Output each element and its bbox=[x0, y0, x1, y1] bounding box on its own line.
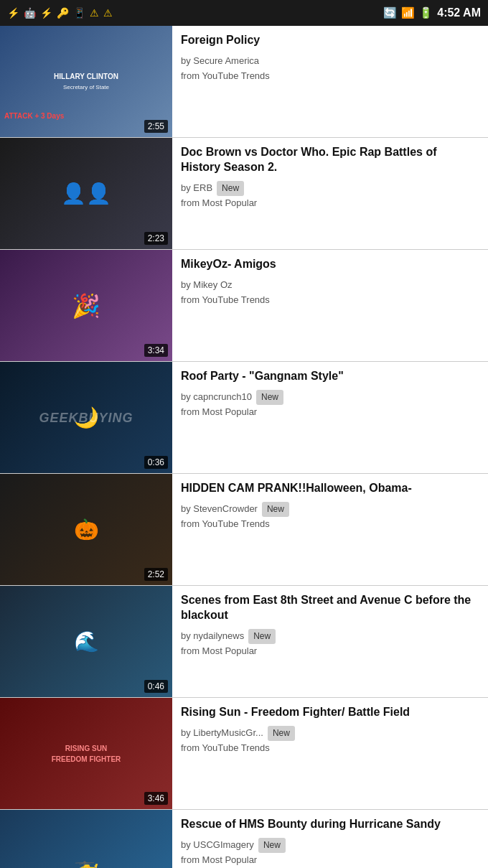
video-by-line: by Mikey Oz bbox=[181, 278, 479, 293]
warning-icon: ⚠ bbox=[90, 7, 99, 19]
new-badge: New bbox=[256, 390, 283, 405]
video-title: HIDDEN CAM PRANK!!Halloween, Obama- bbox=[181, 481, 479, 496]
usb2-icon: ⚡ bbox=[40, 7, 52, 19]
video-info: HIDDEN CAM PRANK!!Halloween, Obama-by St… bbox=[172, 474, 488, 585]
video-thumb-8: 🚁 bbox=[0, 810, 172, 868]
new-badge: New bbox=[217, 181, 244, 196]
video-author: by capncrunch10 bbox=[181, 390, 252, 405]
video-by-line: by StevenCrowderNew bbox=[181, 502, 479, 517]
video-info: Rescue of HMS Bounty during Hurricane Sa… bbox=[172, 810, 488, 868]
new-badge: New bbox=[268, 726, 295, 741]
video-duration: 0:46 bbox=[144, 680, 168, 693]
warning2-icon: ⚠ bbox=[103, 7, 113, 19]
video-duration: 3:34 bbox=[144, 344, 168, 357]
video-from-line: from Most Popular bbox=[181, 405, 479, 420]
video-author: by StevenCrowder bbox=[181, 502, 258, 517]
video-from-line: from Most Popular bbox=[181, 196, 479, 211]
video-thumb-4: 🌙 GEEKBUYING0:36 bbox=[0, 362, 172, 473]
video-info: Doc Brown vs Doctor Who. Epic Rap Battle… bbox=[172, 138, 488, 249]
video-author: by Secure America bbox=[181, 54, 259, 69]
video-title: Foreign Policy bbox=[181, 33, 479, 48]
video-info: Rising Sun - Freedom Fighter/ Battle Fie… bbox=[172, 698, 488, 809]
video-title: Roof Party - "Gangnam Style" bbox=[181, 369, 479, 384]
video-item[interactable]: RISING SUNFREEDOM FIGHTER 3:46Rising Sun… bbox=[0, 698, 488, 810]
video-title: Rising Sun - Freedom Fighter/ Battle Fie… bbox=[181, 705, 479, 720]
video-author: by nydailynews bbox=[181, 629, 244, 644]
video-duration: 2:55 bbox=[144, 120, 168, 133]
video-title: Rescue of HMS Bounty during Hurricane Sa… bbox=[181, 817, 479, 832]
video-list: HILLARY CLINTONSecretary of State ATTACK… bbox=[0, 26, 488, 868]
video-title: Scenes from East 8th Street and Avenue C… bbox=[181, 593, 479, 623]
video-info: Foreign Policyby Secure Americafrom YouT… bbox=[172, 26, 488, 137]
video-item[interactable]: 🎉 3:34MikeyOz- Amigosby Mikey Ozfrom You… bbox=[0, 250, 488, 362]
wifi-icon: 📶 bbox=[401, 6, 415, 19]
video-thumb-7: RISING SUNFREEDOM FIGHTER 3:46 bbox=[0, 698, 172, 809]
new-badge: New bbox=[248, 629, 276, 644]
video-from-line: from YouTube Trends bbox=[181, 69, 479, 84]
android-icon: 🤖 bbox=[24, 7, 36, 19]
video-by-line: by capncrunch10New bbox=[181, 390, 479, 405]
new-badge: New bbox=[262, 502, 289, 517]
status-icons-left: ⚡ 🤖 ⚡ 🔑 📱 ⚠ ⚠ bbox=[7, 7, 113, 19]
video-item[interactable]: 🌊 0:46Scenes from East 8th Street and Av… bbox=[0, 586, 488, 698]
usb-icon: ⚡ bbox=[7, 7, 19, 19]
video-title: Doc Brown vs Doctor Who. Epic Rap Battle… bbox=[181, 145, 479, 175]
video-from-line: from Most Popular bbox=[181, 644, 479, 659]
video-thumb-6: 🌊 0:46 bbox=[0, 586, 172, 697]
video-author: by Mikey Oz bbox=[181, 278, 233, 293]
clock: 4:52 AM bbox=[437, 6, 481, 19]
video-item[interactable]: 👤👤 2:23Doc Brown vs Doctor Who. Epic Rap… bbox=[0, 138, 488, 250]
video-item[interactable]: HILLARY CLINTONSecretary of State ATTACK… bbox=[0, 26, 488, 138]
video-by-line: by Secure America bbox=[181, 54, 479, 69]
video-from-line: from Most Popular bbox=[181, 853, 479, 868]
status-icons-right: 🔄 📶 🔋 4:52 AM bbox=[383, 6, 481, 19]
video-thumb-3: 🎉 3:34 bbox=[0, 250, 172, 361]
video-thumb-1: HILLARY CLINTONSecretary of State ATTACK… bbox=[0, 26, 172, 137]
video-from-line: from YouTube Trends bbox=[181, 517, 479, 532]
video-by-line: by USCGImageryNew bbox=[181, 838, 479, 853]
video-title: MikeyOz- Amigos bbox=[181, 257, 479, 272]
video-author: by USCGImagery bbox=[181, 838, 254, 853]
video-by-line: by LibertyMusicGr...New bbox=[181, 726, 479, 741]
video-info: MikeyOz- Amigosby Mikey Ozfrom YouTube T… bbox=[172, 250, 488, 361]
video-info: Roof Party - "Gangnam Style"by capncrunc… bbox=[172, 362, 488, 473]
video-duration: 2:23 bbox=[144, 232, 168, 245]
video-duration: 3:46 bbox=[144, 792, 168, 805]
video-from-line: from YouTube Trends bbox=[181, 293, 479, 308]
video-duration: 2:52 bbox=[144, 568, 168, 581]
key-icon: 🔑 bbox=[57, 7, 69, 19]
video-thumb-2: 👤👤 2:23 bbox=[0, 138, 172, 249]
video-author: by LibertyMusicGr... bbox=[181, 726, 263, 741]
video-by-line: by nydailynewsNew bbox=[181, 629, 479, 644]
video-info: Scenes from East 8th Street and Avenue C… bbox=[172, 586, 488, 697]
video-item[interactable]: 🚁 Rescue of HMS Bounty during Hurricane … bbox=[0, 810, 488, 868]
battery-icon: 🔋 bbox=[419, 6, 433, 19]
status-bar: ⚡ 🤖 ⚡ 🔑 📱 ⚠ ⚠ 🔄 📶 🔋 4:52 AM bbox=[0, 0, 488, 26]
video-duration: 0:36 bbox=[144, 456, 168, 469]
video-author: by ERB bbox=[181, 181, 212, 196]
video-by-line: by ERBNew bbox=[181, 181, 479, 196]
rotate-icon: 🔄 bbox=[383, 6, 397, 19]
video-thumb-5: 🎃 2:52 bbox=[0, 474, 172, 585]
video-from-line: from YouTube Trends bbox=[181, 741, 479, 756]
video-item[interactable]: 🎃 2:52HIDDEN CAM PRANK!!Halloween, Obama… bbox=[0, 474, 488, 586]
new-badge: New bbox=[258, 838, 286, 853]
screen-icon: 📱 bbox=[73, 7, 85, 19]
video-item[interactable]: 🌙 GEEKBUYING0:36Roof Party - "Gangnam St… bbox=[0, 362, 488, 474]
